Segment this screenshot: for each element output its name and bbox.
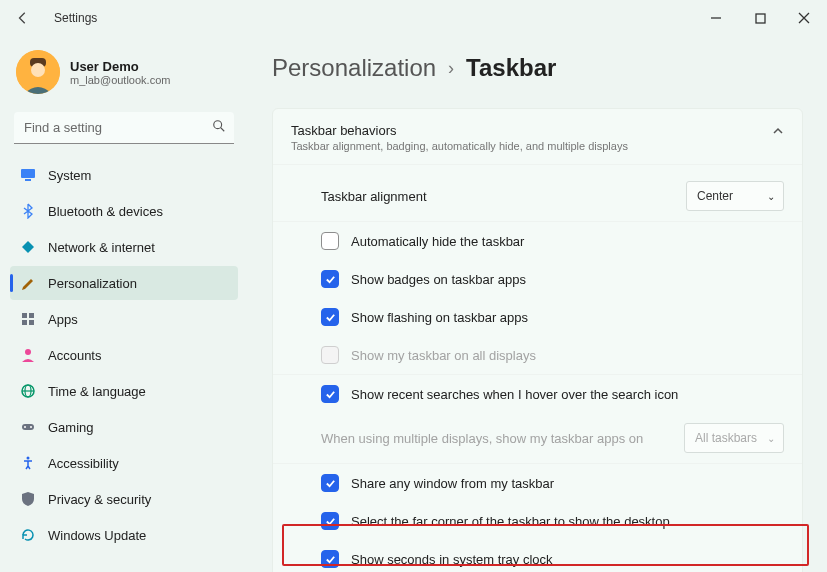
panel-subtitle: Taskbar alignment, badging, automaticall…	[291, 140, 628, 152]
bluetooth-icon	[20, 203, 36, 219]
recent-search-label: Show recent searches when I hover over t…	[351, 387, 784, 402]
apps-icon	[20, 311, 36, 327]
sidebar-item-accessibility[interactable]: Accessibility	[10, 446, 238, 480]
taskbar-alignment-label: Taskbar alignment	[321, 189, 676, 204]
svg-point-19	[30, 426, 32, 428]
svg-point-18	[24, 426, 26, 428]
shield-icon	[20, 491, 36, 507]
maximize-button[interactable]	[751, 9, 769, 27]
share-checkbox[interactable]	[321, 474, 339, 492]
sidebar-item-update[interactable]: Windows Update	[10, 518, 238, 552]
sidebar-item-network[interactable]: Network & internet	[10, 230, 238, 264]
svg-line-6	[221, 128, 225, 132]
recent-search-row[interactable]: Show recent searches when I hover over t…	[273, 375, 802, 413]
close-button[interactable]	[795, 9, 813, 27]
multi-displays-label: When using multiple displays, show my ta…	[321, 431, 674, 446]
user-block[interactable]: User Demo m_lab@outlook.com	[10, 36, 238, 112]
svg-rect-1	[756, 14, 765, 23]
chevron-down-icon: ⌄	[767, 433, 775, 444]
multi-displays-select: All taskbars ⌄	[684, 423, 784, 453]
app-title: Settings	[54, 11, 97, 25]
wifi-icon	[20, 239, 36, 255]
badges-checkbox[interactable]	[321, 270, 339, 288]
globe-icon	[20, 383, 36, 399]
sidebar-item-label: Accessibility	[48, 456, 119, 471]
flashing-row[interactable]: Show flashing on taskbar apps	[273, 298, 802, 336]
taskbar-behaviors-expander[interactable]: Taskbar behaviors Taskbar alignment, bad…	[273, 109, 802, 165]
monitor-icon	[20, 167, 36, 183]
brush-icon	[20, 275, 36, 291]
taskbar-alignment-select[interactable]: Center ⌄	[686, 181, 784, 211]
panel-title: Taskbar behaviors	[291, 123, 628, 138]
sidebar-item-gaming[interactable]: Gaming	[10, 410, 238, 444]
sidebar-item-bluetooth[interactable]: Bluetooth & devices	[10, 194, 238, 228]
sidebar-item-label: Network & internet	[48, 240, 155, 255]
svg-point-4	[31, 63, 45, 77]
badges-row[interactable]: Show badges on taskbar apps	[273, 260, 802, 298]
share-label: Share any window from my taskbar	[351, 476, 784, 491]
svg-rect-11	[22, 320, 27, 325]
avatar	[16, 50, 60, 94]
sidebar-item-time[interactable]: Time & language	[10, 374, 238, 408]
sidebar-item-privacy[interactable]: Privacy & security	[10, 482, 238, 516]
chevron-right-icon: ›	[448, 58, 454, 79]
all-displays-row: Show my taskbar on all displays	[273, 336, 802, 375]
svg-point-20	[27, 457, 30, 460]
search-input[interactable]	[14, 112, 234, 144]
sidebar-item-label: Time & language	[48, 384, 146, 399]
breadcrumb-root[interactable]: Personalization	[272, 54, 436, 82]
sidebar-item-label: Windows Update	[48, 528, 146, 543]
auto-hide-row[interactable]: Automatically hide the taskbar	[273, 222, 802, 260]
user-email: m_lab@outlook.com	[70, 74, 170, 86]
sidebar-item-label: Apps	[48, 312, 78, 327]
svg-rect-9	[22, 313, 27, 318]
accounts-icon	[20, 347, 36, 363]
back-button[interactable]	[14, 9, 32, 27]
user-name: User Demo	[70, 59, 170, 74]
sidebar-item-label: Accounts	[48, 348, 101, 363]
all-displays-label: Show my taskbar on all displays	[351, 348, 784, 363]
sidebar-item-accounts[interactable]: Accounts	[10, 338, 238, 372]
sidebar-item-apps[interactable]: Apps	[10, 302, 238, 336]
gamepad-icon	[20, 419, 36, 435]
share-row[interactable]: Share any window from my taskbar	[273, 464, 802, 502]
svg-point-13	[25, 349, 31, 355]
chevron-up-icon	[772, 123, 784, 141]
all-displays-checkbox	[321, 346, 339, 364]
badges-label: Show badges on taskbar apps	[351, 272, 784, 287]
auto-hide-checkbox[interactable]	[321, 232, 339, 250]
recent-search-checkbox[interactable]	[321, 385, 339, 403]
auto-hide-label: Automatically hide the taskbar	[351, 234, 784, 249]
svg-point-5	[214, 121, 222, 129]
sidebar-item-label: Privacy & security	[48, 492, 151, 507]
sidebar-item-label: Gaming	[48, 420, 94, 435]
minimize-button[interactable]	[707, 9, 725, 27]
search-box	[14, 112, 234, 144]
sidebar-item-label: Personalization	[48, 276, 137, 291]
sidebar-item-personalization[interactable]: Personalization	[10, 266, 238, 300]
highlight-box	[282, 524, 809, 566]
svg-rect-12	[29, 320, 34, 325]
svg-rect-7	[21, 169, 35, 178]
sidebar-item-system[interactable]: System	[10, 158, 238, 192]
svg-rect-10	[29, 313, 34, 318]
flashing-label: Show flashing on taskbar apps	[351, 310, 784, 325]
sidebar-item-label: System	[48, 168, 91, 183]
breadcrumb-leaf: Taskbar	[466, 54, 556, 82]
svg-rect-17	[22, 424, 34, 430]
breadcrumb: Personalization › Taskbar	[272, 54, 803, 82]
update-icon	[20, 527, 36, 543]
multi-displays-row: When using multiple displays, show my ta…	[273, 413, 802, 464]
search-icon	[212, 119, 226, 137]
accessibility-icon	[20, 455, 36, 471]
sidebar-item-label: Bluetooth & devices	[48, 204, 163, 219]
svg-rect-8	[25, 179, 31, 181]
flashing-checkbox[interactable]	[321, 308, 339, 326]
chevron-down-icon: ⌄	[767, 191, 775, 202]
